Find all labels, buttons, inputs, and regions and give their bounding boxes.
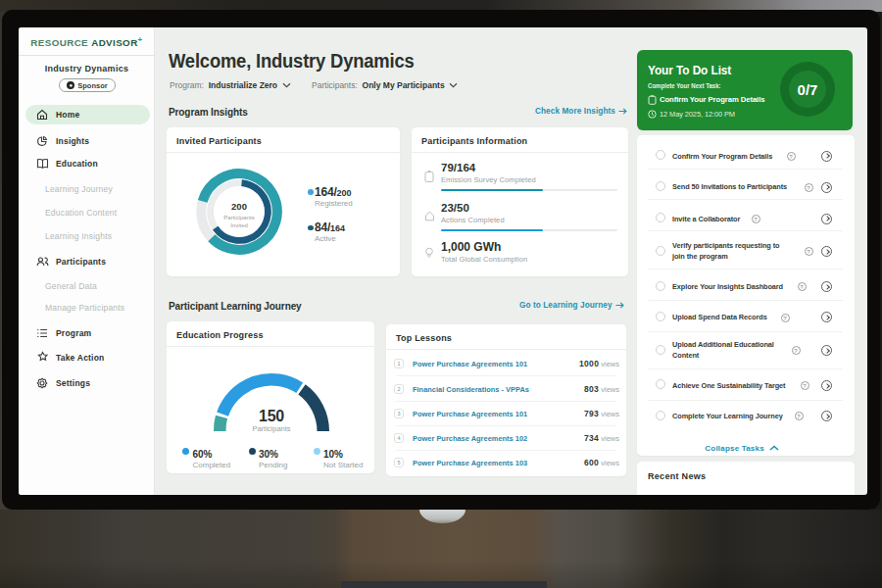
svg-text:200: 200 — [231, 201, 247, 212]
svg-text:Participants: Participants — [252, 424, 290, 433]
svg-text:150: 150 — [259, 408, 284, 424]
svg-text:Participants: Participants — [223, 215, 254, 220]
svg-text:Invited: Invited — [230, 222, 248, 228]
